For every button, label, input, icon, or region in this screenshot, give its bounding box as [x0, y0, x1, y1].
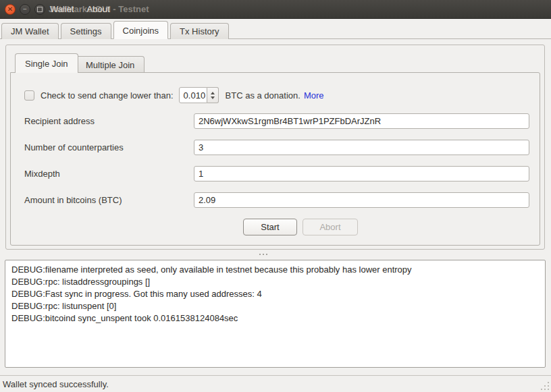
status-text: Wallet synced successfully. — [3, 379, 109, 389]
minimize-icon: − — [23, 4, 27, 15]
donation-suffix-label: BTC as a donation. — [226, 90, 300, 101]
donation-checkbox-label: Check to send change lower than: — [41, 90, 174, 101]
tab-multiple-join[interactable]: Multiple Join — [76, 56, 145, 73]
maximize-icon — [37, 7, 43, 12]
menu-wallet[interactable]: Wallet — [50, 4, 74, 14]
menu-about[interactable]: About — [87, 4, 110, 14]
donation-row: Check to send change lower than: 0.010 B… — [24, 87, 324, 103]
mixdepth-field[interactable] — [194, 166, 529, 181]
minimize-button[interactable]: − — [20, 4, 30, 15]
amount-field[interactable] — [194, 192, 529, 208]
tab-settings[interactable]: Settings — [61, 23, 111, 39]
resize-grip[interactable] — [540, 381, 549, 390]
tab-single-join-label: Single Join — [25, 59, 68, 69]
tab-single-join[interactable]: Single Join — [15, 53, 78, 73]
splitter-grip-icon — [259, 254, 261, 255]
log-line: DEBUG:bitcoind sync_unspent took 0.01615… — [11, 312, 539, 325]
spin-up-icon[interactable] — [211, 92, 215, 94]
counterparties-label: Number of counterparties — [24, 140, 124, 155]
donation-amount-spinbox[interactable]: 0.010 — [179, 87, 219, 103]
title-stack: JoinMarketGUI - Testnet Wallet About — [49, 0, 454, 19]
close-button[interactable]: ✕ — [5, 4, 16, 15]
spinbox-arrows[interactable] — [207, 87, 219, 103]
log-line: DEBUG:rpc: listaddressgroupings [] — [11, 276, 539, 288]
start-button[interactable]: Start — [243, 219, 297, 235]
maximize-button[interactable] — [34, 4, 45, 15]
statusbar: Wallet synced successfully. — [0, 375, 551, 392]
tab-tx-history[interactable]: Tx History — [170, 23, 229, 39]
abort-button: Abort — [303, 219, 358, 235]
app-window: ✕ − JoinMarketGUI - Testnet Wallet About… — [0, 0, 551, 392]
splitter-handle[interactable] — [0, 250, 551, 259]
donation-amount-value[interactable]: 0.010 — [179, 87, 207, 103]
amount-label: Amount in bitcoins (BTC) — [24, 192, 122, 208]
counterparties-field[interactable] — [194, 140, 529, 155]
debug-log[interactable]: DEBUG:filename interpreted as seed, only… — [5, 260, 546, 368]
tab-multiple-join-label: Multiple Join — [86, 60, 134, 70]
main-tabbar: JM Wallet Settings Coinjoins Tx History — [0, 19, 551, 39]
spin-down-icon[interactable] — [211, 96, 215, 99]
tab-coinjoins[interactable]: Coinjoins — [113, 21, 168, 39]
log-line: DEBUG:Fast sync in progress. Got this ma… — [11, 288, 539, 300]
donation-checkbox[interactable] — [24, 90, 34, 101]
recipient-address-field[interactable] — [194, 113, 529, 129]
log-line: DEBUG:rpc: listunspent [0] — [11, 300, 539, 312]
tab-jm-wallet[interactable]: JM Wallet — [1, 23, 59, 39]
recipient-address-label: Recipient address — [24, 113, 95, 129]
titlebar: ✕ − JoinMarketGUI - Testnet Wallet About — [0, 0, 551, 19]
log-line: DEBUG:filename interpreted as seed, only… — [11, 264, 539, 276]
mixdepth-label: Mixdepth — [24, 166, 60, 181]
menubar: Wallet About — [50, 4, 121, 14]
more-link[interactable]: More — [304, 90, 324, 101]
close-icon: ✕ — [7, 4, 13, 15]
